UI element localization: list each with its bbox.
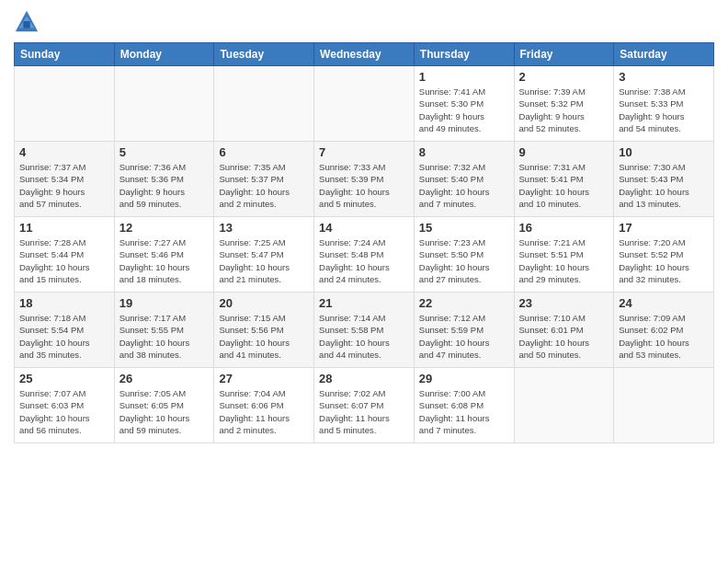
calendar-cell: 18Sunrise: 7:18 AM Sunset: 5:54 PM Dayli… — [15, 293, 115, 368]
day-info: Sunrise: 7:02 AM Sunset: 6:07 PM Dayligh… — [319, 387, 409, 436]
day-info: Sunrise: 7:18 AM Sunset: 5:54 PM Dayligh… — [19, 312, 109, 361]
day-number: 18 — [19, 296, 109, 310]
weekday-header-tuesday: Tuesday — [214, 43, 314, 66]
weekday-header-thursday: Thursday — [414, 43, 514, 66]
day-info: Sunrise: 7:35 AM Sunset: 5:37 PM Dayligh… — [219, 161, 309, 210]
day-number: 23 — [519, 296, 609, 310]
calendar: SundayMondayTuesdayWednesdayThursdayFrid… — [14, 42, 714, 443]
calendar-cell — [214, 66, 314, 142]
day-info: Sunrise: 7:36 AM Sunset: 5:36 PM Dayligh… — [119, 161, 210, 210]
day-info: Sunrise: 7:12 AM Sunset: 5:59 PM Dayligh… — [419, 312, 509, 361]
calendar-cell: 6Sunrise: 7:35 AM Sunset: 5:37 PM Daylig… — [214, 142, 314, 217]
day-info: Sunrise: 7:09 AM Sunset: 6:02 PM Dayligh… — [619, 312, 709, 361]
day-number: 6 — [219, 145, 309, 159]
calendar-week-4: 18Sunrise: 7:18 AM Sunset: 5:54 PM Dayli… — [15, 293, 714, 368]
day-number: 25 — [19, 372, 109, 385]
calendar-cell: 16Sunrise: 7:21 AM Sunset: 5:51 PM Dayli… — [514, 217, 614, 293]
calendar-week-2: 4Sunrise: 7:37 AM Sunset: 5:34 PM Daylig… — [15, 142, 714, 217]
day-number: 12 — [119, 221, 210, 235]
calendar-cell: 15Sunrise: 7:23 AM Sunset: 5:50 PM Dayli… — [414, 217, 514, 293]
logo — [14, 9, 43, 35]
calendar-cell: 9Sunrise: 7:31 AM Sunset: 5:41 PM Daylig… — [514, 142, 614, 217]
day-number: 24 — [619, 296, 709, 310]
logo-icon — [14, 9, 40, 35]
calendar-cell: 8Sunrise: 7:32 AM Sunset: 5:40 PM Daylig… — [414, 142, 514, 217]
day-number: 10 — [619, 145, 709, 159]
day-number: 9 — [519, 145, 609, 159]
day-number: 5 — [119, 145, 210, 159]
day-info: Sunrise: 7:04 AM Sunset: 6:06 PM Dayligh… — [219, 387, 309, 436]
day-number: 1 — [419, 70, 509, 84]
calendar-cell: 12Sunrise: 7:27 AM Sunset: 5:46 PM Dayli… — [114, 217, 214, 293]
calendar-cell: 5Sunrise: 7:36 AM Sunset: 5:36 PM Daylig… — [114, 142, 214, 217]
day-info: Sunrise: 7:24 AM Sunset: 5:48 PM Dayligh… — [319, 236, 409, 285]
calendar-cell: 1Sunrise: 7:41 AM Sunset: 5:30 PM Daylig… — [414, 66, 514, 142]
calendar-cell — [114, 66, 214, 142]
calendar-week-3: 11Sunrise: 7:28 AM Sunset: 5:44 PM Dayli… — [15, 217, 714, 293]
day-info: Sunrise: 7:05 AM Sunset: 6:05 PM Dayligh… — [119, 387, 210, 436]
day-info: Sunrise: 7:33 AM Sunset: 5:39 PM Dayligh… — [319, 161, 409, 210]
weekday-header-monday: Monday — [114, 43, 214, 66]
day-number: 4 — [19, 145, 109, 159]
day-number: 22 — [419, 296, 509, 310]
calendar-cell: 7Sunrise: 7:33 AM Sunset: 5:39 PM Daylig… — [314, 142, 415, 217]
day-number: 21 — [319, 296, 409, 310]
weekday-header-wednesday: Wednesday — [314, 43, 415, 66]
day-number: 11 — [19, 221, 109, 235]
day-info: Sunrise: 7:21 AM Sunset: 5:51 PM Dayligh… — [519, 236, 609, 285]
weekday-row: SundayMondayTuesdayWednesdayThursdayFrid… — [15, 43, 714, 66]
calendar-cell — [614, 368, 714, 443]
calendar-week-1: 1Sunrise: 7:41 AM Sunset: 5:30 PM Daylig… — [15, 66, 714, 142]
calendar-cell: 3Sunrise: 7:38 AM Sunset: 5:33 PM Daylig… — [614, 66, 714, 142]
day-info: Sunrise: 7:25 AM Sunset: 5:47 PM Dayligh… — [219, 236, 309, 285]
day-number: 8 — [419, 145, 509, 159]
calendar-week-5: 25Sunrise: 7:07 AM Sunset: 6:03 PM Dayli… — [15, 368, 714, 443]
day-number: 15 — [419, 221, 509, 235]
calendar-cell: 22Sunrise: 7:12 AM Sunset: 5:59 PM Dayli… — [414, 293, 514, 368]
calendar-cell: 19Sunrise: 7:17 AM Sunset: 5:55 PM Dayli… — [114, 293, 214, 368]
day-number: 17 — [619, 221, 709, 235]
day-info: Sunrise: 7:23 AM Sunset: 5:50 PM Dayligh… — [419, 236, 509, 285]
page: SundayMondayTuesdayWednesdayThursdayFrid… — [0, 0, 728, 563]
day-number: 14 — [319, 221, 409, 235]
day-info: Sunrise: 7:17 AM Sunset: 5:55 PM Dayligh… — [119, 312, 210, 361]
header — [14, 9, 714, 35]
weekday-header-sunday: Sunday — [15, 43, 115, 66]
day-number: 13 — [219, 221, 309, 235]
day-info: Sunrise: 7:14 AM Sunset: 5:58 PM Dayligh… — [319, 312, 409, 361]
day-info: Sunrise: 7:39 AM Sunset: 5:32 PM Dayligh… — [519, 86, 609, 134]
calendar-cell: 20Sunrise: 7:15 AM Sunset: 5:56 PM Dayli… — [214, 293, 314, 368]
day-info: Sunrise: 7:31 AM Sunset: 5:41 PM Dayligh… — [519, 161, 609, 210]
calendar-cell: 28Sunrise: 7:02 AM Sunset: 6:07 PM Dayli… — [314, 368, 415, 443]
calendar-header: SundayMondayTuesdayWednesdayThursdayFrid… — [15, 43, 714, 66]
calendar-cell: 27Sunrise: 7:04 AM Sunset: 6:06 PM Dayli… — [214, 368, 314, 443]
day-info: Sunrise: 7:28 AM Sunset: 5:44 PM Dayligh… — [19, 236, 109, 285]
day-info: Sunrise: 7:32 AM Sunset: 5:40 PM Dayligh… — [419, 161, 509, 210]
day-info: Sunrise: 7:15 AM Sunset: 5:56 PM Dayligh… — [219, 312, 309, 361]
day-number: 19 — [119, 296, 210, 310]
day-number: 27 — [219, 372, 309, 385]
day-number: 3 — [619, 70, 709, 84]
day-number: 29 — [419, 372, 509, 385]
day-info: Sunrise: 7:38 AM Sunset: 5:33 PM Dayligh… — [619, 86, 709, 134]
calendar-cell: 17Sunrise: 7:20 AM Sunset: 5:52 PM Dayli… — [614, 217, 714, 293]
calendar-cell — [514, 368, 614, 443]
svg-rect-2 — [23, 21, 29, 28]
day-info: Sunrise: 7:10 AM Sunset: 6:01 PM Dayligh… — [519, 312, 609, 361]
day-info: Sunrise: 7:27 AM Sunset: 5:46 PM Dayligh… — [119, 236, 210, 285]
day-number: 26 — [119, 372, 210, 385]
day-info: Sunrise: 7:20 AM Sunset: 5:52 PM Dayligh… — [619, 236, 709, 285]
calendar-body: 1Sunrise: 7:41 AM Sunset: 5:30 PM Daylig… — [15, 66, 714, 443]
calendar-cell: 14Sunrise: 7:24 AM Sunset: 5:48 PM Dayli… — [314, 217, 415, 293]
calendar-cell: 4Sunrise: 7:37 AM Sunset: 5:34 PM Daylig… — [15, 142, 115, 217]
calendar-cell: 13Sunrise: 7:25 AM Sunset: 5:47 PM Dayli… — [214, 217, 314, 293]
day-number: 2 — [519, 70, 609, 84]
calendar-cell: 23Sunrise: 7:10 AM Sunset: 6:01 PM Dayli… — [514, 293, 614, 368]
day-info: Sunrise: 7:07 AM Sunset: 6:03 PM Dayligh… — [19, 387, 109, 436]
calendar-cell — [314, 66, 415, 142]
calendar-cell: 10Sunrise: 7:30 AM Sunset: 5:43 PM Dayli… — [614, 142, 714, 217]
calendar-cell: 24Sunrise: 7:09 AM Sunset: 6:02 PM Dayli… — [614, 293, 714, 368]
day-info: Sunrise: 7:00 AM Sunset: 6:08 PM Dayligh… — [419, 387, 509, 436]
weekday-header-friday: Friday — [514, 43, 614, 66]
calendar-cell: 21Sunrise: 7:14 AM Sunset: 5:58 PM Dayli… — [314, 293, 415, 368]
